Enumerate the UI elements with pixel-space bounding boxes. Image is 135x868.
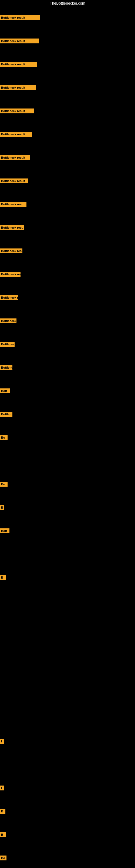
bottleneck-bar: B (0, 809, 5, 814)
bottleneck-bar: Bottleneck resu (0, 202, 27, 207)
bottleneck-bar: l (0, 739, 4, 744)
bottleneck-bar: Bottleneck res (0, 272, 20, 277)
bottleneck-bar: Bottleneck result (0, 155, 30, 160)
bottleneck-bar: Bottleneck result (0, 62, 37, 67)
bottleneck-bar: Bo (0, 856, 6, 860)
bottleneck-bar: Bottleneck result (0, 108, 34, 113)
bottleneck-bar: B (0, 575, 6, 580)
bottleneck-bar: Bottleneck result (0, 132, 32, 137)
bottleneck-bar: Bottleneck resu (0, 225, 24, 230)
bottleneck-bar: Bott (0, 389, 10, 393)
bottleneck-bar: B (0, 505, 4, 510)
bottleneck-bar: Bottleneck result (0, 38, 39, 43)
bottleneck-bar: B (0, 832, 6, 837)
site-title: TheBottlenecker.com (0, 0, 135, 6)
bottleneck-bar: Bottleneck re (0, 318, 16, 323)
bottleneck-bar: Bottlenec (0, 365, 12, 370)
bottleneck-bar: Bottleneck result (0, 85, 36, 90)
bottleneck-bar: Bo (0, 482, 8, 487)
bottleneck-bar: Bo (0, 435, 8, 440)
bottleneck-bar: Bottlen (0, 412, 12, 416)
bottleneck-bar: Bottleneck resu (0, 248, 22, 253)
bottleneck-bar: Bottleneck result (0, 15, 40, 20)
bottleneck-bar: l (0, 785, 4, 790)
bottleneck-bar: Bott (0, 528, 9, 533)
bottleneck-bar: Bottleneck re (0, 295, 18, 300)
bottleneck-bar: Bottleneck r (0, 342, 14, 347)
bottleneck-bar: Bottleneck result (0, 179, 28, 183)
